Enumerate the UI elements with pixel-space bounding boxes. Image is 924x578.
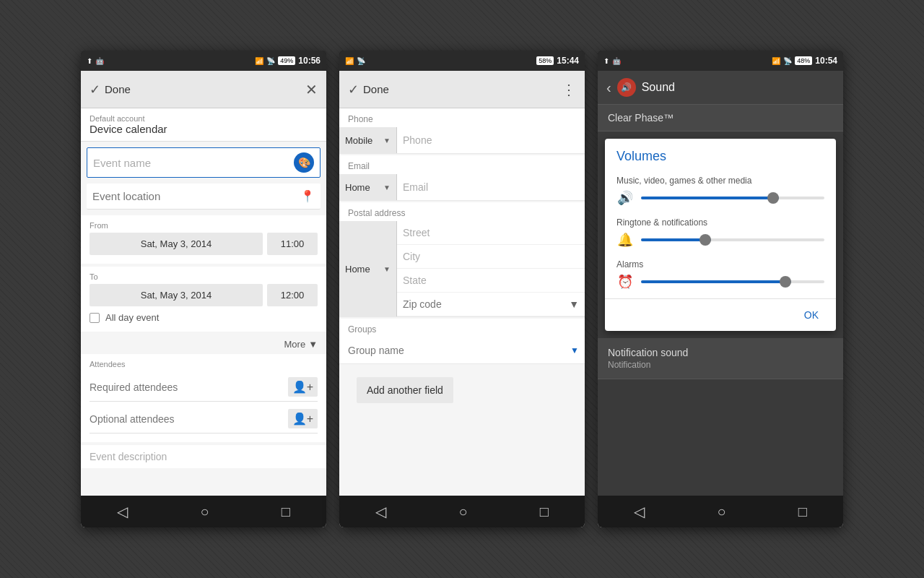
phone-field-row: Mobile ▼ — [339, 127, 585, 154]
notification-sound-item[interactable]: Notification sound Notification — [598, 338, 843, 379]
from-date-button[interactable]: Sat, May 3, 2014 — [90, 233, 263, 255]
event-description-field[interactable]: Event description — [81, 445, 326, 468]
back-button-3[interactable]: ‹ — [606, 79, 611, 96]
contact-body: Phone Mobile ▼ Email Home ▼ — [339, 108, 585, 496]
recents-nav-button-1[interactable]: □ — [267, 498, 305, 526]
required-attendees-input[interactable] — [90, 381, 288, 393]
done-label-1: Done — [105, 83, 131, 95]
music-volume-thumb[interactable] — [767, 192, 779, 204]
groups-section: Groups ▼ — [339, 319, 585, 364]
signal-icon-1: 📡 — [266, 57, 275, 65]
done-button-1[interactable]: ✓ Done — [90, 82, 131, 98]
back-nav-button-1[interactable]: ◁ — [103, 497, 142, 526]
palette-button[interactable]: 🎨 — [294, 152, 314, 173]
group-arrow-icon: ▼ — [565, 338, 585, 363]
phone-type-label: Mobile — [345, 135, 372, 146]
cal-app-content: Default account Device calendar 🎨 📍 From… — [81, 108, 326, 527]
optional-attendees-input[interactable] — [90, 413, 288, 425]
status-left-3: ⬆ 🤖 — [603, 57, 621, 65]
contact-app-content: Phone Mobile ▼ Email Home ▼ — [339, 108, 585, 527]
nav-bar-2: ◁ ○ □ — [339, 496, 585, 527]
sound-header: ‹ 🔊 Sound — [598, 71, 843, 105]
event-location-input[interactable] — [92, 190, 300, 202]
home-nav-button-3[interactable]: ○ — [702, 498, 740, 526]
home-nav-button-1[interactable]: ○ — [186, 498, 223, 526]
allday-checkbox[interactable] — [90, 313, 100, 323]
from-label: From — [90, 221, 318, 230]
back-nav-button-3[interactable]: ◁ — [619, 497, 659, 526]
ringtone-volume-track[interactable] — [641, 238, 824, 241]
street-input[interactable] — [397, 221, 585, 245]
zip-input[interactable] — [397, 293, 563, 316]
done-button-2[interactable]: ✓ Done — [348, 82, 389, 98]
city-input[interactable] — [397, 245, 585, 269]
add-optional-attendee-button[interactable]: 👤+ — [288, 409, 318, 428]
postal-section-label: Postal address — [339, 202, 585, 221]
more-menu-button-2[interactable]: ⋮ — [562, 81, 576, 98]
recents-nav-button-2[interactable]: □ — [526, 498, 563, 526]
music-volume-label: Music, video, games & other media — [616, 176, 824, 186]
close-button-1[interactable]: ✕ — [305, 81, 318, 98]
volumes-ok-button[interactable]: OK — [798, 306, 824, 324]
back-nav-button-2[interactable]: ◁ — [361, 497, 401, 526]
signal-icon-2: 📡 — [357, 57, 365, 65]
pin-icon: 📍 — [300, 189, 315, 203]
more-row: More ▼ — [81, 335, 326, 354]
state-input[interactable] — [397, 269, 585, 293]
account-selector[interactable]: Default account Device calendar — [81, 108, 326, 142]
event-name-input[interactable] — [93, 157, 294, 169]
recents-nav-button-3[interactable]: □ — [784, 498, 821, 526]
phone-section: Phone Mobile ▼ — [339, 108, 585, 154]
usb-icon: ⬆ — [87, 57, 92, 65]
battery-2: 58% — [536, 56, 554, 65]
alarms-volume-item: Alarms ⏰ — [605, 254, 836, 296]
email-type-selector[interactable]: Home ▼ — [339, 174, 397, 200]
music-volume-track[interactable] — [641, 197, 824, 199]
alarms-volume-track[interactable] — [641, 280, 824, 283]
postal-type-selector[interactable]: Home ▼ — [339, 221, 397, 316]
group-field-row: ▼ — [339, 337, 585, 364]
status-bar-2: 📶 📡 58% 15:44 — [339, 51, 585, 71]
alarms-volume-thumb[interactable] — [780, 276, 791, 288]
postal-section: Postal address Home ▼ ▼ — [339, 202, 585, 317]
chevron-down-icon: ▼ — [308, 339, 318, 350]
phone-section-label: Phone — [339, 108, 585, 127]
music-volume-fill — [641, 197, 779, 199]
wifi-icon-2: 📶 — [345, 57, 354, 65]
phone-type-arrow-icon: ▼ — [383, 137, 391, 144]
home-nav-button-2[interactable]: ○ — [444, 498, 481, 526]
status-right-1: 📶 📡 49% 10:56 — [255, 56, 321, 66]
email-input[interactable] — [397, 174, 585, 200]
wifi-icon-3: 📶 — [772, 57, 780, 65]
status-bar-1: ⬆ 🤖 📶 📡 49% 10:56 — [81, 51, 326, 71]
to-time-button[interactable]: 12:00 — [267, 284, 318, 306]
from-time-button[interactable]: 11:00 — [267, 233, 318, 255]
ringtone-volume-icon: 🔔 — [616, 232, 634, 248]
add-another-field-button[interactable]: Add another field — [357, 377, 453, 403]
phone-input[interactable] — [397, 127, 585, 153]
signal-icon-3: 📡 — [783, 57, 792, 65]
status-left-1: ⬆ 🤖 — [87, 57, 104, 65]
add-field-container: Add another field — [339, 366, 585, 415]
to-date-button[interactable]: Sat, May 3, 2014 — [90, 284, 263, 306]
address-fields: ▼ — [397, 221, 585, 316]
allday-row: All day event — [90, 309, 318, 326]
zip-row: ▼ — [397, 293, 585, 316]
android-icon-3: 🤖 — [612, 57, 621, 65]
add-required-attendee-button[interactable]: 👤+ — [288, 377, 318, 397]
toolbar-2: ✓ Done ⋮ — [339, 71, 585, 108]
battery-1: 49% — [278, 56, 295, 65]
more-button[interactable]: More ▼ — [284, 339, 318, 350]
ringtone-volume-thumb[interactable] — [699, 234, 711, 246]
cal-body: 🎨 📍 From Sat, May 3, 2014 11:00 To Sat, … — [81, 142, 326, 496]
zip-dropdown-icon[interactable]: ▼ — [563, 293, 585, 316]
from-section: From Sat, May 3, 2014 11:00 — [81, 215, 326, 264]
usb-icon-3: ⬆ — [603, 57, 609, 65]
optional-attendee-field: 👤+ — [90, 405, 318, 434]
phone-type-selector[interactable]: Mobile ▼ — [339, 127, 397, 153]
more-label: More — [284, 339, 306, 350]
clear-phase-item[interactable]: Clear Phase™ — [598, 105, 843, 131]
group-name-input[interactable] — [339, 337, 565, 363]
notification-sound-sub: Notification — [608, 360, 833, 370]
allday-label: All day event — [105, 312, 159, 323]
